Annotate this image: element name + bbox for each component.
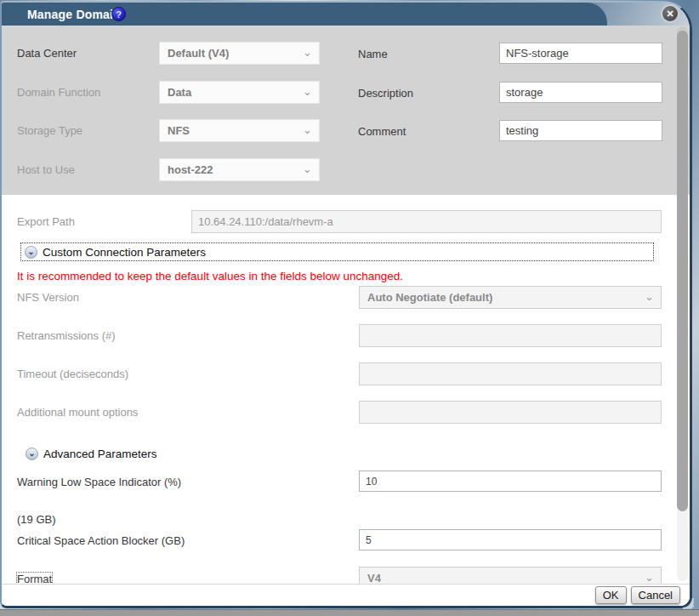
storage-type-value: NFS: [168, 124, 190, 137]
chevron-down-icon: ⌄: [303, 159, 312, 179]
nfs-version-value: Auto Negotiate (default): [367, 291, 492, 304]
chevron-down-icon: ⌄: [303, 43, 312, 62]
domain-function-select[interactable]: Data ⌄: [159, 81, 320, 104]
close-icon[interactable]: ✕: [661, 4, 679, 23]
cancel-button[interactable]: Cancel: [631, 586, 680, 604]
name-input[interactable]: [499, 43, 662, 64]
retransmissions-label: Retransmissions (#): [17, 329, 116, 342]
ok-button[interactable]: OK: [595, 586, 627, 604]
storage-type-label: Storage Type: [17, 124, 82, 137]
nfs-version-label: NFS Version: [17, 291, 79, 304]
host-to-use-value: host-222: [168, 163, 213, 176]
background-strip: [0, 609, 699, 616]
size-note-label: (19 GB): [17, 513, 56, 526]
export-path-input: [191, 210, 662, 233]
retransmissions-input: [359, 324, 662, 347]
collapse-chevron-icon[interactable]: ⌄: [26, 448, 38, 460]
data-center-value: Default (V4): [168, 47, 229, 60]
timeout-label: Timeout (deciseconds): [17, 368, 128, 380]
format-value: V4: [367, 572, 381, 585]
chevron-down-icon: ⌄: [303, 82, 312, 101]
dialog-footer: OK Cancel: [2, 584, 690, 606]
default-values-warning: It is recommended to keep the default va…: [17, 270, 403, 282]
timeout-input: [359, 362, 662, 385]
nfs-version-select[interactable]: Auto Negotiate (default) ⌄: [359, 286, 662, 309]
help-icon[interactable]: ?: [111, 7, 126, 21]
desktop-background: Manage Domain ? Data Center Default (V4)…: [0, 0, 699, 616]
warning-low-space-label: Warning Low Space Indicator (%): [17, 476, 181, 488]
collapse-chevron-icon[interactable]: ⌄: [25, 246, 37, 259]
description-input[interactable]: [499, 82, 662, 103]
data-center-label: Data Center: [17, 47, 77, 60]
advanced-parameters-toggle[interactable]: ⌄ Advanced Parameters: [26, 448, 157, 460]
chevron-down-icon: ⌄: [645, 287, 654, 306]
dialog-titlebar[interactable]: Manage Domain ?: [2, 3, 607, 26]
host-to-use-label: Host to Use: [17, 163, 75, 176]
resize-grip-icon[interactable]: [675, 590, 694, 609]
domain-function-label: Domain Function: [17, 86, 100, 99]
mount-options-label: Additional mount options: [17, 406, 138, 419]
custom-connection-parameters-toggle[interactable]: ⌄ Custom Connection Parameters: [20, 242, 654, 261]
warning-low-space-input[interactable]: [359, 471, 662, 492]
host-to-use-select[interactable]: host-222 ⌄: [159, 158, 320, 181]
manage-domain-dialog: Manage Domain ? Data Center Default (V4)…: [0, 1, 692, 608]
custom-connection-parameters-label: Custom Connection Parameters: [43, 246, 206, 259]
dialog-title: Manage Domain: [2, 8, 121, 21]
comment-label: Comment: [358, 125, 406, 138]
mount-options-input: [359, 401, 662, 424]
data-center-select[interactable]: Default (V4) ⌄: [159, 42, 320, 65]
critical-space-label: Critical Space Action Blocker (GB): [17, 534, 185, 547]
scrollbar-thumb[interactable]: [677, 31, 688, 511]
description-label: Description: [358, 87, 413, 100]
general-settings-section: Data Center Default (V4) ⌄ Domain Functi…: [2, 26, 690, 195]
domain-function-value: Data: [168, 86, 191, 99]
critical-space-input[interactable]: [359, 529, 662, 550]
advanced-parameters-label: Advanced Parameters: [43, 448, 157, 460]
chevron-down-icon: ⌄: [303, 120, 312, 140]
export-path-label: Export Path: [17, 215, 75, 228]
name-label: Name: [358, 48, 388, 60]
comment-input[interactable]: [499, 120, 662, 141]
storage-type-select[interactable]: NFS ⌄: [159, 119, 320, 142]
